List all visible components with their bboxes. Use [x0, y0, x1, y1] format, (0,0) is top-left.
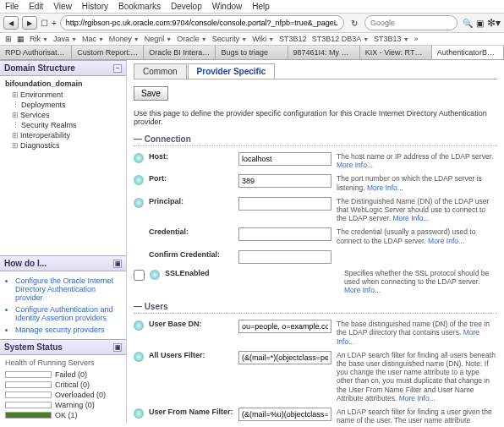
menu-bookmarks[interactable]: Bookmarks	[118, 2, 161, 11]
tree-services[interactable]: ⊞Services	[12, 110, 121, 120]
ssl-desc: Specifies whether the SSL protocol shoul…	[344, 269, 497, 295]
howdo-item-0[interactable]: Configure the Oracle Internet Directory …	[15, 275, 121, 304]
menu-help[interactable]: Help	[252, 2, 270, 11]
more-link[interactable]: More Info...	[337, 161, 373, 169]
howdo-item-1[interactable]: Configure Authentication and Identity As…	[15, 304, 121, 324]
bm-more[interactable]: »	[414, 35, 419, 43]
principal-input[interactable]	[238, 197, 331, 211]
back-button[interactable]: ◀	[3, 16, 19, 30]
confirm-input[interactable]	[238, 250, 331, 264]
host-label: Host:	[149, 152, 233, 161]
more-link[interactable]: More Info...	[392, 214, 429, 222]
gear-icon[interactable]: ✻▾	[487, 17, 501, 29]
url-field[interactable]	[60, 15, 344, 30]
howdo-collapse-icon[interactable]: ▣	[113, 260, 122, 268]
tree-interop[interactable]: ⊞Interoperability	[12, 130, 121, 140]
menu-history[interactable]: History	[82, 2, 108, 11]
info-icon	[150, 270, 160, 280]
bm-rik[interactable]: Rik▼	[30, 35, 48, 43]
tree-environment[interactable]: ⊞Environment	[12, 90, 121, 100]
tab-0[interactable]: RPD Authorisation ...	[0, 46, 72, 59]
domain-tree: bifoundation_domain ⊞Environment ⋮Deploy…	[0, 76, 126, 154]
basedn-label: User Base DN:	[149, 320, 233, 328]
more-link[interactable]: More Info...	[344, 286, 381, 294]
tab-4[interactable]: 987461I4: My Open ...	[288, 46, 360, 59]
tab-3[interactable]: Bugs to triage	[216, 46, 288, 59]
bm-st3b12dbba[interactable]: ST3B12 DB3A▼	[312, 35, 369, 43]
menu-develop[interactable]: Develop	[171, 2, 202, 11]
info-icon	[134, 175, 144, 185]
domain-structure-header: Domain Structure −	[0, 60, 126, 76]
allfilter-label: All Users Filter:	[149, 351, 233, 359]
confirm-label: Confirm Credential:	[149, 250, 233, 259]
content-area: Common Provider Specific Save Use this p…	[127, 60, 504, 424]
forward-button[interactable]: ▶	[22, 16, 37, 30]
search-field[interactable]	[364, 15, 457, 30]
add-icon[interactable]: +	[52, 19, 57, 28]
host-input[interactable]	[238, 152, 331, 166]
bookmark-icon[interactable]: ☐	[41, 19, 48, 28]
tab-5[interactable]: KIX - View: RTD Co...	[360, 46, 432, 59]
browser-tabs: RPD Authorisation ... Custom Report: My …	[0, 46, 504, 60]
status-body: Health of Running Servers Failed (0) Cri…	[0, 355, 126, 424]
new-tab-icon[interactable]: ▣	[476, 19, 484, 28]
ssl-label: SSLEnabled	[165, 269, 339, 277]
bm-money[interactable]: Money▼	[109, 35, 140, 43]
bm-oracle[interactable]: Oracle▼	[177, 35, 206, 43]
basedn-input[interactable]	[238, 320, 331, 333]
menu-edit[interactable]: Edit	[29, 2, 43, 11]
tab-1[interactable]: Custom Report: My ...	[72, 46, 144, 59]
menu-view[interactable]: View	[53, 2, 72, 11]
browser-toolbar: ◀ ▶ ☐ + ↻ 🔍 ▣ ✻▾	[0, 13, 504, 33]
tree-deployments[interactable]: ⋮Deployments	[12, 100, 121, 110]
info-icon	[134, 198, 144, 208]
grid-icon[interactable]: ▦	[17, 35, 25, 43]
credential-input[interactable]	[238, 227, 331, 241]
reload-icon[interactable]: ↻	[348, 16, 361, 30]
bm-st3b12[interactable]: ST3B12	[279, 35, 307, 43]
ssl-checkbox[interactable]	[134, 270, 145, 281]
bm-java[interactable]: Java▼	[53, 35, 77, 43]
bm-st3b13[interactable]: ST3B13▼	[374, 35, 408, 43]
status-warning: Warning (0)	[5, 400, 121, 410]
save-button[interactable]: Save	[134, 86, 168, 101]
allfilter-desc: An LDAP search filter for finding all us…	[337, 351, 497, 402]
apps-icon[interactable]: ⊞	[5, 35, 12, 43]
status-subtitle: Health of Running Servers	[5, 359, 121, 367]
intro-text: Use this page to define the provider spe…	[134, 109, 497, 126]
port-input[interactable]	[238, 174, 331, 188]
system-status-header: System Status ▣	[0, 339, 126, 355]
info-icon	[134, 153, 144, 163]
tree-root[interactable]: bifoundation_domain	[5, 79, 121, 88]
tree-security[interactable]: ⋮Security Realms	[12, 120, 121, 130]
menu-window[interactable]: Window	[212, 2, 243, 11]
fromname-desc: An LDAP search filter for finding a user…	[337, 408, 497, 424]
panel-minimize-icon[interactable]: −	[113, 64, 122, 73]
tab-6[interactable]: AuthenticatorBook ...	[432, 46, 504, 59]
howdo-list: Configure the Oracle Internet Directory …	[0, 271, 126, 339]
tab-2[interactable]: Oracle BI Interactiv...	[144, 46, 216, 59]
basedn-desc: The base distinguished name (DN) of the …	[337, 320, 497, 346]
bm-wiki[interactable]: Wiki▼	[252, 35, 274, 43]
bookmarks-bar: ⊞ ▦ Rik▼ Java▼ Mac▼ Money▼ Negril▼ Oracl…	[0, 33, 504, 46]
bm-mac[interactable]: Mac▼	[82, 35, 104, 43]
menu-file[interactable]: File	[5, 2, 19, 11]
howdo-header: How do I... ▣	[0, 255, 126, 271]
fromname-input[interactable]	[238, 408, 331, 421]
host-desc: The host name or IP address of the LDAP …	[337, 152, 497, 169]
allfilter-input[interactable]	[238, 351, 331, 364]
fromname-label: User From Name Filter:	[149, 408, 233, 416]
subtab-provider[interactable]: Provider Specific	[188, 63, 276, 79]
howdo-item-2[interactable]: Manage security providers	[15, 324, 121, 336]
status-overloaded: Overloaded (0)	[5, 390, 121, 400]
section-users: — Users	[134, 302, 497, 314]
subtab-common[interactable]: Common	[134, 63, 187, 79]
more-link[interactable]: More Info...	[428, 237, 464, 245]
status-collapse-icon[interactable]: ▣	[113, 343, 122, 352]
more-link[interactable]: More Info...	[367, 183, 403, 192]
bm-negril[interactable]: Negril▼	[145, 35, 172, 43]
tree-diagnostics[interactable]: ⊞Diagnostics	[12, 140, 121, 151]
status-critical: Critical (0)	[5, 380, 121, 390]
more-link[interactable]: More Info...	[399, 394, 436, 402]
bm-security[interactable]: Security▼	[212, 35, 247, 43]
